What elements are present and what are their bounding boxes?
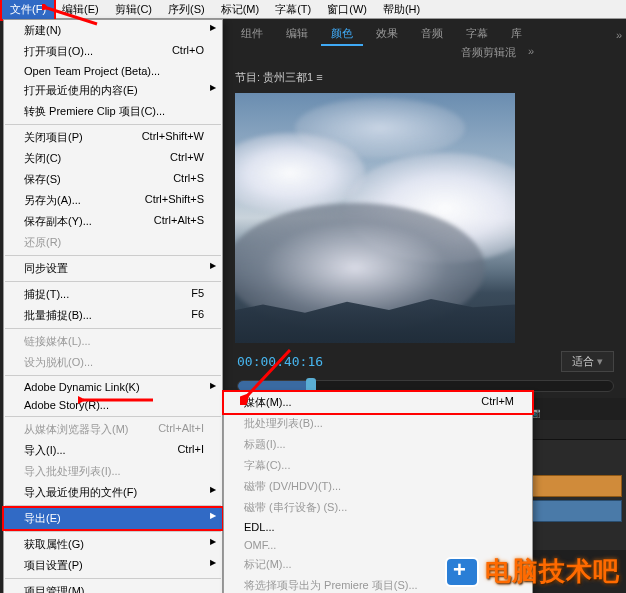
menu-item-shortcut: Ctrl+W <box>170 151 204 166</box>
menu-item-label: 批处理列表(B)... <box>244 416 323 431</box>
program-sequence-title: 节目: 贵州三都1 ≡ <box>225 66 626 89</box>
source-tab[interactable]: 音频剪辑混 <box>455 42 522 63</box>
flyout-arrow-icon: ▶ <box>210 537 216 546</box>
menu-item-shortcut: Ctrl+M <box>481 395 514 410</box>
workspace-tab-color[interactable]: 颜色 <box>321 23 363 46</box>
menu-separator <box>5 328 221 329</box>
menubar-clip[interactable]: 剪辑(C) <box>107 0 160 19</box>
export-menu-item: 标题(I)... <box>224 434 532 455</box>
export-menu-item: 批处理列表(B)... <box>224 413 532 434</box>
file-menu-item[interactable]: 导入最近使用的文件(F)▶ <box>4 482 222 503</box>
menu-item-label: 转换 Premiere Clip 项目(C)... <box>24 104 165 119</box>
menu-item-label: 保存(S) <box>24 172 61 187</box>
workspace-tab-effects[interactable]: 效果 <box>366 23 408 46</box>
menubar-window[interactable]: 窗口(W) <box>319 0 375 19</box>
export-menu-item: 磁带 (DV/HDV)(T)... <box>224 476 532 497</box>
menu-item-label: 导入最近使用的文件(F) <box>24 485 137 500</box>
menubar-help[interactable]: 帮助(H) <box>375 0 428 19</box>
file-menu-item[interactable]: 项目设置(P)▶ <box>4 555 222 576</box>
file-menu-item[interactable]: 转换 Premiere Clip 项目(C)... <box>4 101 222 122</box>
menubar-file[interactable]: 文件(F) <box>2 0 54 19</box>
file-menu-item[interactable]: 导入(I)...Ctrl+I <box>4 440 222 461</box>
menu-item-shortcut: Ctrl+S <box>173 172 204 187</box>
export-menu-item[interactable]: 媒体(M)...Ctrl+M <box>224 392 532 413</box>
program-timecode[interactable]: 00:00:40:16 <box>237 354 323 369</box>
file-menu-item: 还原(R) <box>4 232 222 253</box>
menu-item-label: Adobe Dynamic Link(K) <box>24 381 140 393</box>
menu-separator <box>5 124 221 125</box>
file-menu-item: 设为脱机(O)... <box>4 352 222 373</box>
menubar-title[interactable]: 字幕(T) <box>267 0 319 19</box>
menu-item-shortcut: Ctrl+I <box>177 443 204 458</box>
file-menu-item[interactable]: 保存(S)Ctrl+S <box>4 169 222 190</box>
menu-item-label: 项目管理(M)... <box>24 584 94 593</box>
menu-separator <box>5 375 221 376</box>
workspace-tab-assembly[interactable]: 组件 <box>231 23 273 46</box>
file-menu-item: 链接媒体(L)... <box>4 331 222 352</box>
flyout-arrow-icon: ▶ <box>210 23 216 32</box>
menubar-marker[interactable]: 标记(M) <box>213 0 268 19</box>
file-menu-item[interactable]: 关闭项目(P)Ctrl+Shift+W <box>4 127 222 148</box>
export-menu-item: 磁带 (串行设备) (S)... <box>224 497 532 518</box>
menu-item-shortcut: F5 <box>191 287 204 302</box>
file-menu-item[interactable]: Adobe Dynamic Link(K)▶ <box>4 378 222 396</box>
file-menu-item[interactable]: 保存副本(Y)...Ctrl+Alt+S <box>4 211 222 232</box>
menu-item-label: 同步设置 <box>24 261 68 276</box>
file-menu-item[interactable]: 新建(N)▶ <box>4 20 222 41</box>
file-menu-item[interactable]: Open Team Project (Beta)... <box>4 62 222 80</box>
export-menu-item[interactable]: EDL... <box>224 518 532 536</box>
menu-item-label: 保存副本(Y)... <box>24 214 92 229</box>
file-menu-item[interactable]: 批量捕捉(B)...F6 <box>4 305 222 326</box>
file-menu-item[interactable]: 打开最近使用的内容(E)▶ <box>4 80 222 101</box>
file-menu-item[interactable]: 获取属性(G)▶ <box>4 534 222 555</box>
menu-item-label: 链接媒体(L)... <box>24 334 91 349</box>
menu-item-label: 媒体(M)... <box>244 395 292 410</box>
menu-separator <box>5 578 221 579</box>
file-menu-dropdown: 新建(N)▶打开项目(O)...Ctrl+OOpen Team Project … <box>3 19 223 593</box>
flyout-arrow-icon: ▶ <box>210 83 216 92</box>
export-submenu: 媒体(M)...Ctrl+M批处理列表(B)...标题(I)...字幕(C)..… <box>223 391 533 593</box>
menu-item-label: 将选择项导出为 Premiere 项目(S)... <box>244 578 418 593</box>
file-menu-item[interactable]: 捕捉(T)...F5 <box>4 284 222 305</box>
chevron-right-icon[interactable]: » <box>522 42 540 63</box>
menu-item-label: Adobe Story(R)... <box>24 399 109 411</box>
menu-item-shortcut: F6 <box>191 308 204 323</box>
file-menu-item[interactable]: Adobe Story(R)... <box>4 396 222 414</box>
expand-arrow-icon[interactable]: » <box>616 29 622 41</box>
menubar-sequence[interactable]: 序列(S) <box>160 0 213 19</box>
menu-separator <box>5 416 221 417</box>
menu-item-label: 获取属性(G) <box>24 537 84 552</box>
menu-item-label: 打开最近使用的内容(E) <box>24 83 138 98</box>
file-menu-item[interactable]: 另存为(A)...Ctrl+Shift+S <box>4 190 222 211</box>
menubar: 文件(F) 编辑(E) 剪辑(C) 序列(S) 标记(M) 字幕(T) 窗口(W… <box>0 0 626 19</box>
menu-item-label: 另存为(A)... <box>24 193 81 208</box>
file-menu-item[interactable]: 关闭(C)Ctrl+W <box>4 148 222 169</box>
program-monitor-viewer[interactable] <box>235 93 515 343</box>
menu-item-label: EDL... <box>244 521 275 533</box>
file-menu-item[interactable]: 导出(E)▶ <box>4 508 222 529</box>
flyout-arrow-icon: ▶ <box>210 381 216 390</box>
file-menu-item[interactable]: 项目管理(M)... <box>4 581 222 593</box>
export-menu-item: 标记(M)... <box>224 554 532 575</box>
file-menu-item[interactable]: 同步设置▶ <box>4 258 222 279</box>
menubar-edit[interactable]: 编辑(E) <box>54 0 107 19</box>
menu-separator <box>5 505 221 506</box>
menu-item-label: OMF... <box>244 539 276 551</box>
workspace-tab-audio[interactable]: 音频 <box>411 23 453 46</box>
menu-separator <box>5 255 221 256</box>
menu-separator <box>5 531 221 532</box>
menu-item-label: 磁带 (串行设备) (S)... <box>244 500 347 515</box>
menu-item-label: 从媒体浏览器导入(M) <box>24 422 129 437</box>
menu-item-shortcut: Ctrl+Alt+I <box>158 422 204 437</box>
menu-item-label: 批量捕捉(B)... <box>24 308 92 323</box>
zoom-fit-select[interactable]: 适合 <box>561 351 614 372</box>
menu-item-label: 磁带 (DV/HDV)(T)... <box>244 479 341 494</box>
export-menu-item: 将选择项导出为 Premiere 项目(S)... <box>224 575 532 593</box>
workspace-tab-editing[interactable]: 编辑 <box>276 23 318 46</box>
file-menu-item[interactable]: 打开项目(O)...Ctrl+O <box>4 41 222 62</box>
menu-item-label: 新建(N) <box>24 23 61 38</box>
export-menu-item: OMF... <box>224 536 532 554</box>
menu-item-shortcut: Ctrl+Alt+S <box>154 214 204 229</box>
menu-item-shortcut: Ctrl+Shift+S <box>145 193 204 208</box>
menu-item-label: 标记(M)... <box>244 557 292 572</box>
